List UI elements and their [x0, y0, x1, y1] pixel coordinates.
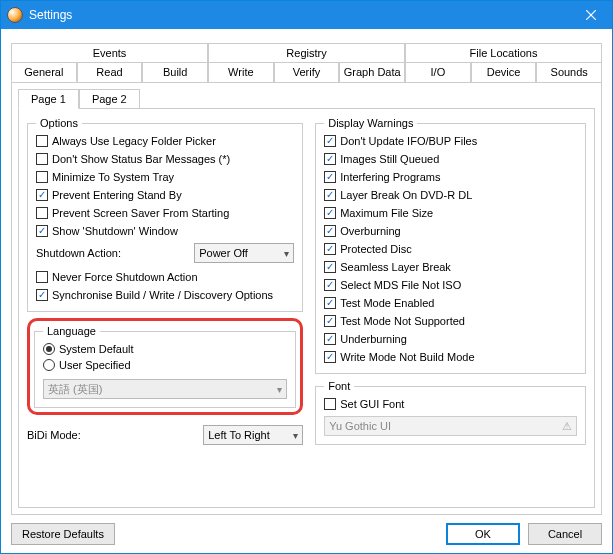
- opt-prevent-entering-stand-by-label: Prevent Entering Stand By: [52, 189, 182, 201]
- radio-user-specified[interactable]: [43, 359, 55, 371]
- left-column: Options Always Use Legacy Folder PickerD…: [27, 117, 303, 499]
- dw-protected-disc-checkbox[interactable]: [324, 243, 336, 255]
- dw-select-mds-file-not-iso-checkbox[interactable]: [324, 279, 336, 291]
- tab-device[interactable]: Device: [471, 62, 537, 82]
- tab-write[interactable]: Write: [208, 62, 274, 82]
- shutdown-action-label: Shutdown Action:: [36, 247, 188, 259]
- language-select: 英語 (英国): [43, 379, 287, 399]
- display-warnings-legend: Display Warnings: [324, 117, 417, 129]
- radio-user-specified-label: User Specified: [59, 359, 131, 371]
- dw-test-mode-not-supported-checkbox[interactable]: [324, 315, 336, 327]
- settings-window: Settings Events Registry File Locations …: [0, 0, 613, 554]
- dw-overburning-label: Overburning: [340, 225, 401, 237]
- bidi-select[interactable]: Left To Right: [203, 425, 303, 445]
- opt-don-t-show-status-bar-messages-label: Don't Show Status Bar Messages (*): [52, 153, 230, 165]
- tab-io[interactable]: I/O: [405, 62, 471, 82]
- opt-synchronise-build-write-discovery-options-checkbox[interactable]: [36, 289, 48, 301]
- main-area: Page 1 Page 2 Options Always Use Legacy …: [11, 83, 602, 515]
- dw-underburning-label: Underburning: [340, 333, 407, 345]
- font-legend: Font: [324, 380, 354, 392]
- opt-show-shutdown-window-checkbox[interactable]: [36, 225, 48, 237]
- tab-build[interactable]: Build: [142, 62, 208, 82]
- dw-layer-break-on-dvd-r-dl-checkbox[interactable]: [324, 189, 336, 201]
- dw-write-mode-not-build-mode-checkbox[interactable]: [324, 351, 336, 363]
- tab-registry[interactable]: Registry: [208, 43, 405, 62]
- restore-defaults-button[interactable]: Restore Defaults: [11, 523, 115, 545]
- tab-file-locations[interactable]: File Locations: [405, 43, 602, 62]
- dw-maximum-file-size-checkbox[interactable]: [324, 207, 336, 219]
- cancel-button[interactable]: Cancel: [528, 523, 602, 545]
- font-group: Font Set GUI Font Yu Gothic UI ⚠: [315, 380, 586, 445]
- dw-overburning-checkbox[interactable]: [324, 225, 336, 237]
- language-highlight: Language System Default User Specified 英…: [27, 318, 303, 415]
- dw-seamless-layer-break-label: Seamless Layer Break: [340, 261, 451, 273]
- titlebar: Settings: [1, 1, 612, 29]
- radio-system-default-label: System Default: [59, 343, 134, 355]
- dw-seamless-layer-break-checkbox[interactable]: [324, 261, 336, 273]
- opt-minimize-to-system-tray-label: Minimize To System Tray: [52, 171, 174, 183]
- window-title: Settings: [29, 8, 570, 22]
- subtab-page1[interactable]: Page 1: [18, 89, 79, 109]
- bottom-bar: Restore Defaults OK Cancel: [11, 515, 602, 545]
- opt-prevent-screen-saver-from-starting-checkbox[interactable]: [36, 207, 48, 219]
- display-warnings-group: Display Warnings Don't Update IFO/BUP Fi…: [315, 117, 586, 374]
- tabs-row-top: Events Registry File Locations: [11, 43, 602, 63]
- ok-button[interactable]: OK: [446, 523, 520, 545]
- dw-maximum-file-size-label: Maximum File Size: [340, 207, 433, 219]
- font-field: Yu Gothic UI ⚠: [324, 416, 577, 436]
- dw-interfering-programs-checkbox[interactable]: [324, 171, 336, 183]
- options-group: Options Always Use Legacy Folder PickerD…: [27, 117, 303, 312]
- dw-interfering-programs-label: Interfering Programs: [340, 171, 440, 183]
- subtab-page2[interactable]: Page 2: [79, 89, 140, 109]
- dw-don-t-update-ifo-bup-files-checkbox[interactable]: [324, 135, 336, 147]
- bidi-label: BiDi Mode:: [27, 429, 197, 441]
- opt-always-use-legacy-folder-picker-checkbox[interactable]: [36, 135, 48, 147]
- dw-test-mode-not-supported-label: Test Mode Not Supported: [340, 315, 465, 327]
- tab-events[interactable]: Events: [11, 43, 208, 62]
- dw-images-still-queued-checkbox[interactable]: [324, 153, 336, 165]
- language-legend: Language: [43, 325, 100, 337]
- set-gui-font-label: Set GUI Font: [340, 398, 404, 410]
- set-gui-font-checkbox[interactable]: [324, 398, 336, 410]
- options-legend: Options: [36, 117, 82, 129]
- opt-always-use-legacy-folder-picker-label: Always Use Legacy Folder Picker: [52, 135, 216, 147]
- opt-minimize-to-system-tray-checkbox[interactable]: [36, 171, 48, 183]
- app-icon: [7, 7, 23, 23]
- dw-underburning-checkbox[interactable]: [324, 333, 336, 345]
- dw-don-t-update-ifo-bup-files-label: Don't Update IFO/BUP Files: [340, 135, 477, 147]
- client-area: Events Registry File Locations General R…: [1, 29, 612, 553]
- tab-verify[interactable]: Verify: [274, 62, 340, 82]
- dw-test-mode-enabled-label: Test Mode Enabled: [340, 297, 434, 309]
- dw-select-mds-file-not-iso-label: Select MDS File Not ISO: [340, 279, 461, 291]
- dw-protected-disc-label: Protected Disc: [340, 243, 412, 255]
- radio-system-default[interactable]: [43, 343, 55, 355]
- close-icon: [586, 10, 596, 20]
- opt-prevent-entering-stand-by-checkbox[interactable]: [36, 189, 48, 201]
- close-button[interactable]: [570, 1, 612, 29]
- dw-layer-break-on-dvd-r-dl-label: Layer Break On DVD-R DL: [340, 189, 472, 201]
- dw-images-still-queued-label: Images Still Queued: [340, 153, 439, 165]
- tabs-row-bottom: General Read Build Write Verify Graph Da…: [11, 62, 602, 83]
- right-column: Display Warnings Don't Update IFO/BUP Fi…: [315, 117, 586, 499]
- shutdown-action-select[interactable]: Power Off: [194, 243, 294, 263]
- language-group: Language System Default User Specified 英…: [34, 325, 296, 408]
- opt-don-t-show-status-bar-messages-checkbox[interactable]: [36, 153, 48, 165]
- dw-write-mode-not-build-mode-label: Write Mode Not Build Mode: [340, 351, 474, 363]
- tab-sounds[interactable]: Sounds: [536, 62, 602, 82]
- tab-read[interactable]: Read: [77, 62, 143, 82]
- opt-never-force-shutdown-action-checkbox[interactable]: [36, 271, 48, 283]
- opt-never-force-shutdown-action-label: Never Force Shutdown Action: [52, 271, 198, 283]
- tab-general[interactable]: General: [11, 62, 77, 82]
- dw-test-mode-enabled-checkbox[interactable]: [324, 297, 336, 309]
- tab-graph-data[interactable]: Graph Data: [339, 62, 405, 82]
- opt-prevent-screen-saver-from-starting-label: Prevent Screen Saver From Starting: [52, 207, 229, 219]
- opt-show-shutdown-window-label: Show 'Shutdown' Window: [52, 225, 178, 237]
- subtabs: Page 1 Page 2: [18, 89, 595, 109]
- subpage: Options Always Use Legacy Folder PickerD…: [18, 108, 595, 508]
- warning-icon: ⚠: [562, 420, 572, 433]
- opt-synchronise-build-write-discovery-options-label: Synchronise Build / Write / Discovery Op…: [52, 289, 273, 301]
